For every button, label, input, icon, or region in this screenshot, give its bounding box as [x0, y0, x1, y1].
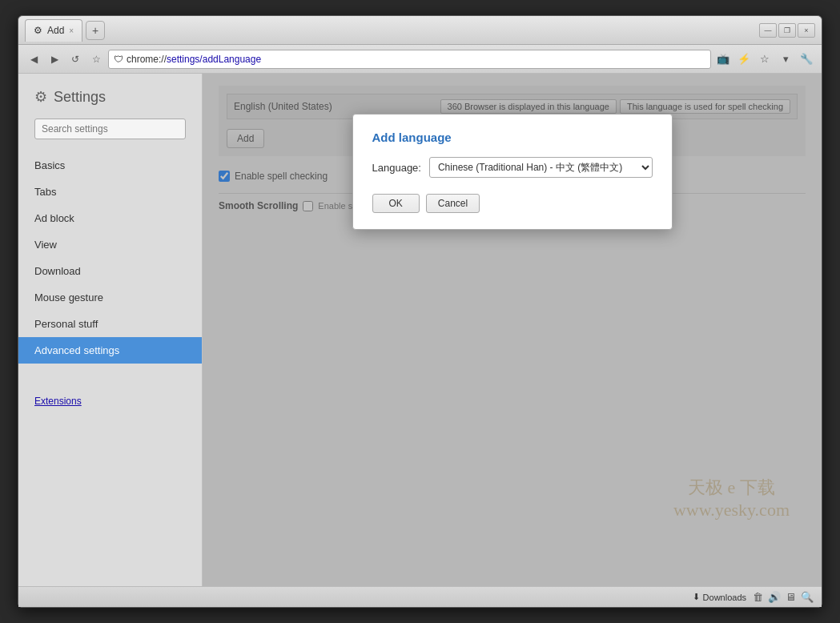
tab-icon: ⚙: [34, 25, 42, 36]
sidebar-item-basics[interactable]: Basics: [18, 152, 202, 179]
minimize-button[interactable]: —: [759, 23, 777, 38]
settings-gear-icon: ⚙: [34, 88, 47, 106]
sidebar-item-advanced-settings[interactable]: Advanced settings: [18, 337, 202, 364]
sidebar-item-label: Download: [34, 265, 81, 277]
address-bar[interactable]: 🛡 chrome://settings/addLanguage: [108, 50, 711, 69]
sidebar-item-personal-stuff[interactable]: Personal stuff: [18, 311, 202, 337]
sidebar-item-download[interactable]: Download: [18, 258, 202, 284]
ok-button[interactable]: OK: [372, 194, 420, 213]
sidebar-item-label: Advanced settings: [34, 344, 119, 356]
tab-close-button[interactable]: ×: [69, 26, 74, 35]
back-button[interactable]: ◀: [25, 50, 42, 68]
main-content: ⚙ Settings Basics Tabs Ad block View Dow…: [18, 74, 822, 586]
sidebar: ⚙ Settings Basics Tabs Ad block View Dow…: [18, 74, 203, 586]
browser-window: ⚙ Add × + — ❐ × ◀ ▶ ↺ ☆ 🛡 chrome://setti…: [18, 15, 822, 608]
bookmark-icon[interactable]: ☆: [756, 50, 774, 68]
dialog-language-row: Language: Chinese (Traditional Han) - 中文…: [372, 157, 653, 178]
speaker-icon[interactable]: 🔊: [768, 591, 781, 603]
cancel-button[interactable]: Cancel: [426, 194, 480, 213]
downloads-icon: ⬇: [693, 592, 700, 602]
toolbar-icons: 📺 ⚡ ☆ ▾ 🔧: [714, 50, 815, 68]
dialog-buttons: OK Cancel: [372, 194, 653, 213]
zoom-icon[interactable]: 🔍: [801, 591, 814, 603]
security-shield-icon: 🛡: [114, 54, 123, 65]
sidebar-item-adblock[interactable]: Ad block: [18, 205, 202, 231]
status-bar: ⬇ Downloads 🗑 🔊 🖥 🔍: [18, 586, 822, 607]
downloads-label: Downloads: [703, 593, 746, 602]
browser-tab[interactable]: ⚙ Add ×: [25, 19, 82, 42]
toolbar: ◀ ▶ ↺ ☆ 🛡 chrome://settings/addLanguage …: [18, 45, 822, 74]
close-button[interactable]: ×: [798, 23, 815, 38]
tab-title: Add: [47, 25, 64, 36]
cast-icon[interactable]: 📺: [714, 50, 732, 68]
sidebar-item-tabs[interactable]: Tabs: [18, 179, 202, 205]
status-icons: 🗑 🔊 🖥 🔍: [753, 591, 814, 603]
title-bar: ⚙ Add × + — ❐ ×: [18, 16, 822, 45]
content-area: English (United States) 360 Browser is d…: [203, 74, 822, 586]
sidebar-item-label: Tabs: [34, 186, 56, 198]
sidebar-search: [34, 119, 186, 139]
add-language-dialog: Add language Language: Chinese (Traditio…: [352, 114, 673, 230]
search-input[interactable]: [34, 119, 186, 139]
restore-button[interactable]: ❐: [778, 23, 796, 38]
new-tab-button[interactable]: +: [86, 21, 105, 40]
bolt-icon[interactable]: ⚡: [735, 50, 753, 68]
address-text: chrome://settings/addLanguage: [127, 54, 261, 65]
dropdown-icon[interactable]: ▾: [777, 50, 794, 68]
dialog-title: Add language: [372, 131, 653, 144]
sidebar-item-view[interactable]: View: [18, 231, 202, 258]
window-controls: — ❐ ×: [759, 23, 815, 38]
dialog-language-label: Language:: [372, 162, 421, 174]
sidebar-title: Settings: [54, 89, 106, 106]
sidebar-item-mouse-gesture[interactable]: Mouse gesture: [18, 284, 202, 311]
reload-button[interactable]: ↺: [66, 50, 84, 68]
sidebar-item-label: View: [34, 239, 57, 251]
dialog-overlay: Add language Language: Chinese (Traditio…: [203, 74, 822, 586]
sidebar-item-label: Mouse gesture: [34, 291, 103, 303]
sidebar-item-label: Basics: [34, 159, 65, 171]
sidebar-item-label: Personal stuff: [34, 318, 98, 330]
sidebar-header: ⚙ Settings: [18, 82, 202, 119]
sidebar-item-label: Ad block: [34, 212, 74, 224]
wrench-icon[interactable]: 🔧: [798, 50, 815, 68]
home-button[interactable]: ☆: [87, 50, 105, 68]
forward-button[interactable]: ▶: [46, 50, 63, 68]
monitor-icon[interactable]: 🖥: [786, 591, 796, 603]
extensions-link[interactable]: Extensions: [18, 364, 202, 413]
trash-icon[interactable]: 🗑: [753, 591, 763, 603]
language-select[interactable]: Chinese (Traditional Han) - 中文 (繁體中文): [429, 157, 653, 178]
downloads-button[interactable]: ⬇ Downloads: [693, 592, 746, 602]
